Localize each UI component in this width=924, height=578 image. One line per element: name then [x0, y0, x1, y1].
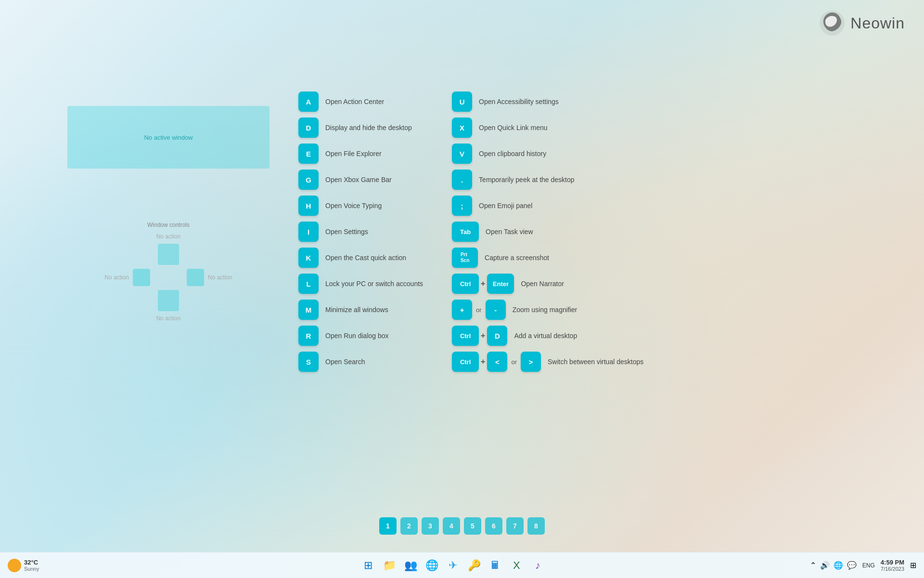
teams[interactable]: 👥 [401, 556, 420, 575]
shortcut-desc: Open File Explorer [325, 150, 382, 158]
key-badge: - [486, 300, 506, 320]
shortcut-desc: Capture a screenshot [485, 254, 549, 262]
edge[interactable]: 🌐 [423, 556, 441, 575]
wc-no-action-left: No action [104, 274, 129, 281]
taskbar-left: 32°C Sunny [0, 559, 96, 572]
window-controls-label: Window controls [67, 222, 270, 228]
tray-icons: ⌃ 🔊 🌐 💬 [810, 561, 857, 570]
wc-top-button[interactable] [158, 244, 179, 265]
key-badge-d: D [298, 118, 319, 138]
wc-bottom-button[interactable] [158, 290, 179, 311]
telegram[interactable]: ✈ [444, 556, 462, 575]
shortcut-row-right: PrtScnCapture a screenshot [452, 248, 643, 268]
excel[interactable]: X [507, 556, 526, 575]
neowin-logo: Neowin [819, 10, 905, 37]
key-badge-a: A [298, 92, 319, 112]
wc-row-bottom: No action [156, 315, 181, 322]
shortcut-desc: Open Voice Typing [325, 202, 382, 210]
shortcut-desc: Open Run dialog box [325, 332, 389, 340]
clock-time: 4:59 PM [881, 559, 904, 566]
shortcut-desc: Switch between virtual desktops [548, 358, 643, 366]
shortcut-desc: Add a virtual desktop [514, 332, 577, 340]
weather-widget[interactable]: 32°C Sunny [8, 559, 39, 572]
key-combo: Ctrl+D [452, 326, 507, 346]
key-badge: D [487, 326, 507, 346]
taskbar-right: ⌃ 🔊 🌐 💬 ENG 4:59 PM 7/16/2023 ⊞ [810, 559, 924, 572]
shortcut-desc: Open the Cast quick action [325, 254, 406, 262]
key-badge-r: R [298, 326, 319, 346]
page-dot-6[interactable]: 6 [485, 517, 502, 535]
weather-sun-icon [8, 559, 21, 572]
wc-no-action-right: No action [208, 274, 232, 281]
shortcut-desc: Open Settings [325, 228, 368, 236]
key-badge: ; [452, 196, 472, 216]
keepass[interactable]: 🔑 [465, 556, 483, 575]
page-dot-2[interactable]: 2 [400, 517, 418, 535]
key-badge-i: I [298, 222, 319, 242]
wc-right-button[interactable] [187, 269, 204, 286]
shortcut-row-left-k: KOpen the Cast quick action [298, 248, 423, 268]
shortcut-row-right: TabOpen Task view [452, 222, 643, 242]
page-dot-5[interactable]: 5 [464, 517, 481, 535]
key-combo: Ctrl+Enter [452, 274, 514, 294]
shortcut-row-right: VOpen clipboard history [452, 144, 643, 164]
shortcut-desc: Open Narrator [521, 280, 564, 288]
shortcuts-right-column: UOpen Accessibility settingsXOpen Quick … [452, 92, 643, 372]
tray-notifications[interactable]: 💬 [847, 561, 857, 570]
wc-row-top-btn [158, 244, 179, 265]
shortcut-desc: Open Task view [486, 228, 533, 236]
shortcut-desc: Open Accessibility settings [479, 98, 559, 105]
key-combo: Ctrl+<or> [452, 352, 541, 372]
shortcut-row-left-h: HOpen Voice Typing [298, 196, 423, 216]
key-badge-s: S [298, 352, 319, 372]
tray-settings[interactable]: ⊞ [910, 561, 916, 570]
desktop: Neowin No active window Window controls … [0, 0, 924, 578]
start-button[interactable]: ⊞ [359, 556, 377, 575]
clock[interactable]: 4:59 PM 7/16/2023 [881, 559, 904, 572]
taskbar: 32°C Sunny ⊞📁👥🌐✈🔑🖩X♪ ⌃ 🔊 🌐 💬 ENG 4:59 PM… [0, 552, 924, 578]
page-dot-7[interactable]: 7 [506, 517, 524, 535]
page-dot-8[interactable]: 8 [527, 517, 545, 535]
key-badge: V [452, 144, 472, 164]
app8[interactable]: ♪ [528, 556, 547, 575]
key-badge: > [521, 352, 541, 372]
shortcut-desc: Open Emoji panel [479, 202, 532, 210]
language-indicator[interactable]: ENG [862, 562, 875, 569]
page-dot-3[interactable]: 3 [422, 517, 439, 535]
tray-volume[interactable]: 🔊 [820, 561, 830, 570]
key-badge: Ctrl [452, 326, 479, 346]
key-combo: +or- [452, 300, 506, 320]
page-dot-4[interactable]: 4 [443, 517, 460, 535]
tray-expand[interactable]: ⌃ [810, 561, 816, 570]
no-active-window: No active window [67, 106, 270, 169]
neowin-logo-icon [819, 10, 846, 37]
shortcut-row-right: Ctrl+<or>Switch between virtual desktops [452, 352, 643, 372]
shortcut-row-left-r: ROpen Run dialog box [298, 326, 423, 346]
key-combo: ; [452, 196, 472, 216]
wc-row-top: No action [156, 233, 181, 240]
clock-date: 7/16/2023 [881, 566, 904, 572]
key-badge: Ctrl [452, 274, 479, 294]
page-dot-1[interactable]: 1 [379, 517, 397, 535]
shortcut-row-right: UOpen Accessibility settings [452, 92, 643, 112]
key-badge-h: H [298, 196, 319, 216]
taskbar-center: ⊞📁👥🌐✈🔑🖩X♪ [96, 556, 810, 575]
shortcut-desc: Minimize all windows [325, 306, 388, 314]
shortcut-desc: Open Action Center [325, 98, 384, 105]
shortcut-row-left-g: GOpen Xbox Game Bar [298, 170, 423, 190]
wc-row-middle: No action No action [104, 269, 232, 286]
key-or: or [511, 358, 517, 366]
wc-row-bottom-btn [158, 290, 179, 311]
key-badge: U [452, 92, 472, 112]
shortcuts-panel: AOpen Action CenterDDisplay and hide the… [298, 92, 643, 372]
shortcut-desc: Open clipboard history [479, 150, 546, 158]
tray-network[interactable]: 🌐 [834, 561, 843, 570]
wc-no-action-bottom: No action [156, 315, 181, 322]
key-plus: + [481, 279, 485, 288]
key-badge-g: G [298, 170, 319, 190]
calculator[interactable]: 🖩 [486, 556, 504, 575]
wc-left-button[interactable] [133, 269, 150, 286]
key-combo: U [452, 92, 472, 112]
key-plus: + [481, 357, 485, 366]
file-explorer[interactable]: 📁 [380, 556, 398, 575]
